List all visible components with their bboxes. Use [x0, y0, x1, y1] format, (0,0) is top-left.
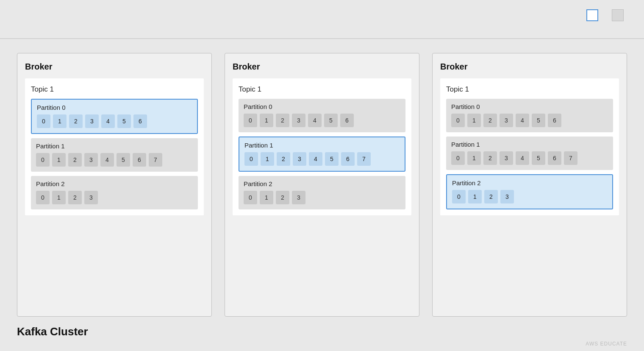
brokers-row: BrokerTopic 1Partition 00123456Partition… — [17, 53, 627, 317]
segment-1-0-2: 2 — [69, 114, 83, 128]
segment-3-2-0: 0 — [452, 190, 466, 203]
topic-title-1-1: Topic 1 — [31, 85, 198, 94]
partition-title-1-2: Partition 2 — [36, 180, 193, 187]
segment-1-0-6: 6 — [133, 114, 147, 128]
topic-title-2-1: Topic 1 — [239, 85, 405, 94]
partition-block-3-1: Partition 101234567 — [446, 136, 613, 170]
segment-1-2-1: 1 — [52, 191, 66, 204]
topic-container-2-1: Topic 1Partition 00123456Partition 10123… — [233, 78, 411, 215]
segment-2-0-0: 0 — [244, 114, 257, 127]
segment-2-0-2: 2 — [276, 114, 289, 127]
segment-2-0-6: 6 — [340, 114, 354, 127]
segment-1-1-3: 3 — [84, 153, 98, 167]
watermark: AWS EDUCATE — [586, 341, 627, 347]
topic-container-1-1: Topic 1Partition 00123456Partition 10123… — [25, 78, 204, 215]
partition-block-1-2: Partition 20123 — [31, 176, 198, 209]
segment-1-0-5: 5 — [117, 114, 131, 128]
segments-row-2-1: 01234567 — [244, 152, 400, 166]
segment-2-1-7: 7 — [357, 152, 371, 166]
segment-1-1-7: 7 — [149, 153, 162, 167]
partition-title-2-0: Partition 0 — [244, 103, 400, 110]
segment-3-0-2: 2 — [483, 114, 497, 127]
segment-3-1-0: 0 — [451, 151, 465, 165]
segment-3-1-2: 2 — [483, 151, 497, 165]
segment-1-1-5: 5 — [117, 153, 130, 167]
segment-3-1-4: 4 — [516, 151, 529, 165]
header-divider — [0, 38, 644, 39]
main-content: BrokerTopic 1Partition 00123456Partition… — [0, 45, 644, 351]
segment-2-1-6: 6 — [341, 152, 355, 166]
segment-2-2-0: 0 — [244, 191, 257, 204]
segments-row-2-2: 0123 — [244, 191, 400, 204]
segment-1-1-1: 1 — [52, 153, 66, 167]
segment-3-1-1: 1 — [467, 151, 481, 165]
segment-3-1-6: 6 — [548, 151, 561, 165]
segment-3-2-3: 3 — [500, 190, 514, 203]
segment-3-0-3: 3 — [500, 114, 513, 127]
segment-2-1-3: 3 — [293, 152, 306, 166]
segment-3-2-1: 1 — [468, 190, 482, 203]
partition-block-3-2: Partition 20123 — [446, 174, 613, 209]
segment-3-0-1: 1 — [467, 114, 481, 127]
segment-1-1-2: 2 — [68, 153, 82, 167]
segment-1-1-6: 6 — [133, 153, 146, 167]
segment-3-0-0: 0 — [451, 114, 465, 127]
partition-block-2-2: Partition 20123 — [239, 176, 405, 209]
segment-3-1-5: 5 — [532, 151, 545, 165]
segment-3-1-3: 3 — [500, 151, 513, 165]
segments-row-1-1: 01234567 — [36, 153, 193, 167]
segment-1-2-2: 2 — [68, 191, 82, 204]
partition-title-1-0: Partition 0 — [37, 104, 192, 111]
segment-2-2-1: 1 — [260, 191, 273, 204]
segment-2-2-3: 3 — [292, 191, 305, 204]
segment-1-1-4: 4 — [100, 153, 114, 167]
segment-3-0-6: 6 — [548, 114, 561, 127]
segments-row-1-0: 0123456 — [37, 114, 192, 128]
segment-1-1-0: 0 — [36, 153, 50, 167]
segment-1-0-3: 3 — [85, 114, 99, 128]
legend-follower — [612, 9, 627, 21]
broker-title-2: Broker — [233, 62, 411, 72]
footer-label: Kafka Cluster — [17, 325, 627, 338]
segment-3-0-4: 4 — [516, 114, 529, 127]
partition-title-3-1: Partition 1 — [451, 141, 608, 148]
segment-1-0-0: 0 — [37, 114, 50, 128]
segment-2-0-3: 3 — [292, 114, 305, 127]
segments-row-3-0: 0123456 — [451, 114, 608, 127]
segment-2-0-1: 1 — [260, 114, 273, 127]
broker-card-2: BrokerTopic 1Partition 00123456Partition… — [225, 53, 419, 317]
broker-title-1: Broker — [25, 62, 204, 72]
partition-title-1-1: Partition 1 — [36, 142, 193, 150]
partition-title-2-2: Partition 2 — [244, 180, 400, 187]
segment-2-2-2: 2 — [276, 191, 289, 204]
partition-title-3-0: Partition 0 — [451, 103, 608, 110]
segment-2-0-4: 4 — [308, 114, 322, 127]
segment-2-1-2: 2 — [277, 152, 290, 166]
partition-block-1-0: Partition 00123456 — [31, 99, 198, 134]
leader-icon — [586, 9, 598, 21]
segment-2-1-4: 4 — [309, 152, 322, 166]
partition-block-2-0: Partition 00123456 — [239, 99, 405, 132]
segment-2-0-5: 5 — [324, 114, 338, 127]
segment-3-0-5: 5 — [532, 114, 545, 127]
segments-row-1-2: 0123 — [36, 191, 193, 204]
follower-icon — [612, 9, 624, 21]
segment-1-2-3: 3 — [84, 191, 98, 204]
topic-container-3-1: Topic 1Partition 00123456Partition 10123… — [440, 78, 619, 215]
segment-1-2-0: 0 — [36, 191, 50, 204]
segment-3-2-2: 2 — [484, 190, 498, 203]
segments-row-3-1: 01234567 — [451, 151, 608, 165]
segments-row-3-2: 0123 — [452, 190, 607, 203]
partition-title-3-2: Partition 2 — [452, 179, 607, 187]
broker-card-3: BrokerTopic 1Partition 00123456Partition… — [432, 53, 627, 317]
segments-row-2-0: 0123456 — [244, 114, 400, 127]
segment-1-0-4: 4 — [101, 114, 115, 128]
segment-2-1-0: 0 — [244, 152, 258, 166]
segment-3-1-7: 7 — [564, 151, 577, 165]
legend — [586, 9, 627, 21]
segment-2-1-5: 5 — [325, 152, 339, 166]
legend-leader — [586, 9, 602, 21]
broker-card-1: BrokerTopic 1Partition 00123456Partition… — [17, 53, 212, 317]
partition-title-2-1: Partition 1 — [244, 142, 400, 149]
partition-block-1-1: Partition 101234567 — [31, 138, 198, 172]
